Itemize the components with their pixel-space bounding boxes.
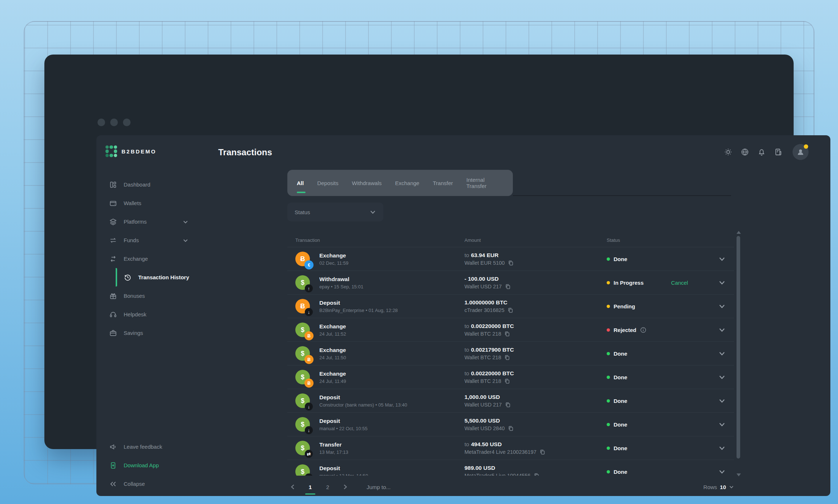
copy-icon[interactable] [539,449,545,455]
copy-icon[interactable] [504,378,510,384]
transactions-table: Transaction Amount Status Ƀ € [287,233,734,476]
row-expand-chevron-icon[interactable] [718,350,726,357]
copy-icon[interactable] [534,473,539,476]
sidebar-item-exchange[interactable]: Exchange [96,249,218,268]
window-controls[interactable] [97,119,131,126]
amount-destination: cTrader 3016825 [464,307,504,313]
language-globe-icon[interactable] [740,147,750,157]
amount-cell: to63.94 EUR Wallet EUR 5100 [464,252,607,266]
sidebar-item-helpdesk[interactable]: Helpdesk [96,305,218,324]
copy-icon[interactable] [508,425,514,431]
window-dot[interactable] [123,119,131,126]
tab-exchange[interactable]: Exchange [395,170,419,196]
status-label: Done [614,398,627,404]
row-expand-chevron-icon[interactable] [718,303,726,310]
notifications-bell-icon[interactable] [757,147,766,157]
transaction-meta: 02 Dec, 11:59 [319,260,348,266]
prev-page-chevron-icon[interactable] [287,481,298,492]
status-cell: Done [607,374,734,380]
tab-deposits[interactable]: Deposits [317,170,338,196]
status-dot [607,352,610,355]
chevron-down-icon [729,484,734,489]
amount-value: 0.00217900 BTC [471,347,514,353]
transaction-type: Deposit [319,394,407,401]
jump-to-input[interactable]: Jump to... [367,484,391,490]
amount-prefix: to [464,370,469,376]
table-row: $ Ƀ Exchange 24 Jul, 11:49 to0 [287,365,734,389]
row-expand-chevron-icon[interactable] [718,373,726,381]
sidebar-item-transaction-history[interactable]: Transaction History [96,268,218,287]
amount-prefix: to [464,347,469,353]
collapse-icon [109,480,117,488]
page-1-button[interactable]: 1 [305,479,316,495]
sidebar-item-download-app[interactable]: Download App [96,456,218,475]
window-dot[interactable] [110,119,118,126]
amount-destination: Wallet BTC 218 [464,378,501,384]
status-dot [607,328,610,332]
next-page-chevron-icon[interactable] [340,481,351,492]
sidebar-item-leave-feedback[interactable]: Leave feedback [96,437,218,456]
copy-icon[interactable] [504,331,510,337]
statements-document-icon[interactable] [774,147,783,157]
window-dot[interactable] [97,119,105,126]
copy-icon[interactable] [507,307,513,313]
status-label: Done [614,445,627,451]
sidebar-item-bonuses[interactable]: Bonuses [96,287,218,305]
table-scrollbar[interactable] [736,231,741,476]
sidebar-item-collapse[interactable]: Collapse [96,475,218,493]
platforms-icon [109,218,117,226]
sidebar-item-wallets[interactable]: Wallets [96,194,218,212]
rows-per-page-select[interactable]: Rows 10 [703,484,734,490]
info-icon[interactable] [640,327,646,333]
user-avatar[interactable] [793,144,809,160]
amount-value: 0.00220000 BTC [471,370,514,376]
row-expand-chevron-icon[interactable] [718,255,726,263]
exchange-icon [109,255,117,263]
brand[interactable]: B2BDEMO [105,145,156,157]
tab-withdrawals[interactable]: Withdrawals [352,170,382,196]
copy-icon[interactable] [504,355,510,360]
transaction-type: Exchange [319,323,346,330]
sidebar-item-savings[interactable]: Savings [96,324,218,342]
status-cell: Done [607,256,734,262]
transaction-type: Deposit [319,418,367,424]
amount-destination: MetaTrader4 Live 2100236197 [464,449,536,455]
dashboard-icon [109,181,117,189]
row-expand-chevron-icon[interactable] [718,279,726,286]
row-expand-chevron-icon[interactable] [718,421,726,428]
tab-transfer[interactable]: Transfer [433,170,453,196]
row-expand-chevron-icon[interactable] [718,444,726,452]
sidebar-item-dashboard[interactable]: Dashboard [96,175,218,194]
status-filter-dropdown[interactable]: Status [287,203,383,221]
transaction-cell: $ Ƀ Exchange 24 Jul, 11:49 [287,370,464,384]
sidebar-item-platforms[interactable]: Platforms [96,212,218,231]
history-icon [124,273,132,281]
sidebar: B2BDEMO Dashboard Wallets Platforms [96,135,218,496]
amount-prefix: to [464,441,469,447]
theme-toggle-icon[interactable] [723,147,733,157]
scroll-up-arrow[interactable] [737,231,741,234]
tab-all[interactable]: All [297,170,304,196]
amount-prefix: to [464,323,469,329]
status-dot [607,470,610,473]
briefcase-icon [109,329,117,337]
tab-internal-transfer[interactable]: Internal Transfer [466,170,503,196]
copy-icon[interactable] [505,402,511,408]
row-expand-chevron-icon[interactable] [718,397,726,404]
row-expand-chevron-icon[interactable] [718,326,726,333]
row-expand-chevron-icon[interactable] [718,468,726,475]
status-dot [607,281,610,284]
brand-name: B2BDEMO [121,148,156,155]
copy-icon[interactable] [505,284,511,289]
scrollbar-thumb[interactable] [737,236,740,459]
amount-value: 1,000.00 USD [464,394,500,400]
copy-icon[interactable] [508,260,514,266]
megaphone-icon [109,443,117,451]
cancel-button[interactable]: Cancel [671,280,688,286]
transaction-meta: B2BinPay_Enterprise • 01 Aug, 12:28 [319,308,398,313]
page-2-button[interactable]: 2 [322,479,333,495]
sidebar-item-funds[interactable]: Funds [96,231,218,249]
amount-cell: 1.00000000 BTC cTrader 3016825 [464,299,607,313]
scroll-down-arrow[interactable] [737,473,741,476]
transaction-cell: Ƀ € Exchange 02 Dec, 11:59 [287,252,464,266]
